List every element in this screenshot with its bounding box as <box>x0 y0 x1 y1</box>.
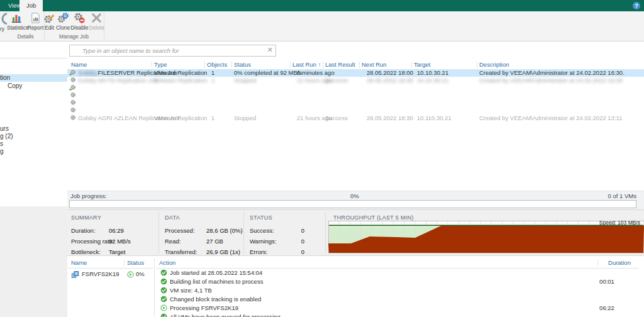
status-value-2: 0 <box>284 248 304 255</box>
delete-x-icon <box>91 12 103 25</box>
job-cell-last_run: 6 minutes ago <box>297 69 335 77</box>
jobs-column-header-objects[interactable]: Objects <box>207 60 227 69</box>
data-value-0: 28,6 GB (0%) <box>206 227 243 234</box>
bt-header-duration[interactable]: Duration <box>601 259 638 267</box>
redacted-name-prefix: Golsby, <box>78 69 98 77</box>
sidebar-item-g-2-[interactable]: g (2) <box>0 133 13 140</box>
job-cell-objects: 1 <box>211 114 214 122</box>
status-value-0: 0 <box>284 227 304 234</box>
job-row[interactable]: Golsby, FILESERVER Replication JobVMware… <box>67 69 644 77</box>
ribbon: ry StatisticsReportDetailsEditCloneDisab… <box>0 11 644 42</box>
speed-annotation: Speed: 103 MB/s <box>599 221 640 226</box>
action-log-row[interactable]: Building list of machines to process00:0… <box>160 277 639 286</box>
status-panel-title: STATUS <box>250 214 272 221</box>
job-cell-objects: 1 <box>211 77 214 84</box>
sidebar-divider <box>0 58 67 58</box>
jobs-column-header-status[interactable]: Status <box>234 60 251 69</box>
data-panel-title: DATA <box>165 214 180 221</box>
jobs-column-header-last-run[interactable]: Last Run ↑ <box>292 60 321 69</box>
job-cell-description: Created by VEEAM\Administrator at 24.02.… <box>479 77 623 84</box>
veeam-console-window: View Job ? ry StatisticsReportDetailsEdi… <box>0 0 644 317</box>
action-text: VM size: 4,1 TB <box>170 286 212 295</box>
status-label-0: Success: <box>250 227 274 234</box>
throughput-chart: Speed: 103 MB/s <box>328 221 644 253</box>
button-label: Statistics <box>7 25 26 31</box>
sidebar-item-tion[interactable]: tion <box>0 74 67 82</box>
clone-gear-icon <box>57 12 69 25</box>
job-progress-vm-count: 0 of 1 VMs <box>608 192 636 199</box>
retry-button-partial[interactable]: ry <box>0 12 7 37</box>
job-row[interactable] <box>67 84 644 92</box>
ribbon-group-manage-job: EditCloneDisableDeleteManage Job <box>44 11 104 41</box>
job-row[interactable]: Golsby MVTD Replication JobVMware Replic… <box>67 77 644 84</box>
job-cell-status: Stopped <box>234 114 256 122</box>
action-log-row[interactable]: VM size: 4,1 TB <box>160 286 639 295</box>
sidebar-item-label: g <box>0 148 4 155</box>
jobs-column-header-last-result[interactable]: Last Result <box>325 60 355 69</box>
bt-header-action[interactable]: Action <box>159 259 175 267</box>
summary-label-2: Bottleneck: <box>71 248 101 255</box>
column-tick <box>204 62 205 68</box>
data-value-1: 27 GB <box>206 238 223 245</box>
summary-value-2: Target <box>109 248 125 255</box>
data-label-1: Read: <box>165 238 180 245</box>
navigation-tree-panel: tionCopyursg (2)sg <box>0 42 68 317</box>
job-row[interactable] <box>67 99 644 107</box>
job-row[interactable] <box>67 92 644 99</box>
sidebar-item-urs[interactable]: urs <box>0 125 9 133</box>
report-button[interactable]: Report <box>27 12 44 31</box>
jobs-column-header-target[interactable]: Target <box>414 60 430 69</box>
status-label-2: Errors: <box>250 248 268 255</box>
vm-name: FSRVFS2K19 <box>82 270 119 279</box>
clone-button[interactable]: Clone <box>56 12 70 31</box>
edit-button[interactable]: Edit <box>43 12 55 31</box>
job-progress-bar <box>69 200 636 208</box>
job-cell-name: Golsby MVTD Replication Job <box>78 77 158 84</box>
jobs-column-header-type[interactable]: Type <box>154 60 167 69</box>
sidebar-item-g[interactable]: g <box>0 148 4 155</box>
action-text: Processing FSRVFS2K19 <box>170 304 238 313</box>
button-label: Edit <box>43 25 55 31</box>
job-cell-description: Created by VEEAM\Administrator at 24.02.… <box>479 69 625 77</box>
bt-header-status[interactable]: Status <box>127 259 144 267</box>
action-log-row[interactable]: Processing FSRVFS2K1906:22 <box>160 304 639 313</box>
job-row[interactable]: Golsby AGRI AZLEAN Replication JobVMware… <box>67 114 644 122</box>
action-log-row[interactable]: Changed block tracking is enabled <box>160 295 639 304</box>
search-input[interactable] <box>81 46 263 55</box>
throughput-chart-svg: Speed: 103 MB/s <box>328 221 644 253</box>
bt-header-name[interactable]: Name <box>71 259 87 267</box>
action-log-row[interactable]: Job started at 28.05.2022 15:54:04 <box>160 269 639 277</box>
job-row[interactable] <box>67 107 644 114</box>
jobs-column-header-description[interactable]: Description <box>479 60 509 69</box>
statistics-icon <box>11 12 23 25</box>
ribbon-group-details: StatisticsReportDetails <box>7 11 45 41</box>
job-cell-description: Created by VEEAM\Administrator at 24.02.… <box>479 114 622 122</box>
jobs-column-header-name[interactable]: Name <box>71 60 87 69</box>
ribbon-tab-bar: View Job ? <box>0 0 644 11</box>
throughput-panel-title: THROUGHPUT (LAST 5 MIN) <box>333 214 414 221</box>
tab-job[interactable]: Job <box>19 0 43 11</box>
job-cell-target: 10.10.30.21 <box>417 77 448 84</box>
job-cell-status: 0% completed at 92 MB/s <box>234 69 302 77</box>
job-cell-next_run: 28.05.2022 18:30 <box>367 77 413 84</box>
help-icon[interactable]: ? <box>633 2 640 9</box>
ribbon-group-label: Manage Job <box>44 33 104 40</box>
action-duration: 00:01 <box>594 277 619 286</box>
job-cell-type: VMware Replication <box>154 114 207 122</box>
status-label-1: Warnings: <box>250 238 276 245</box>
action-duration: 06:22 <box>594 304 619 313</box>
jobs-column-header-next-run[interactable]: Next Run <box>362 60 387 69</box>
sort-asc-icon: ↑ <box>316 61 321 68</box>
sidebar-item-s[interactable]: s <box>0 140 3 148</box>
data-value-2: 26,9 GB (1x) <box>206 248 240 255</box>
panel-separator <box>243 212 244 253</box>
statistics-button[interactable]: Statistics <box>7 12 26 31</box>
sidebar-item-copy[interactable]: Copy <box>0 82 22 90</box>
clear-search-icon[interactable]: ✕ <box>267 46 273 54</box>
column-tick <box>231 62 232 68</box>
column-tick <box>359 62 360 68</box>
action-log-row[interactable]: All VMs have been queued for processing <box>160 313 639 317</box>
disable-button[interactable]: Disable <box>70 12 88 31</box>
vm-tasks-table: Name Status Action Duration FSRVFS2K190%… <box>67 257 644 317</box>
statistics-panels: SUMMARY DATA STATUS THROUGHPUT (LAST 5 M… <box>67 209 644 256</box>
